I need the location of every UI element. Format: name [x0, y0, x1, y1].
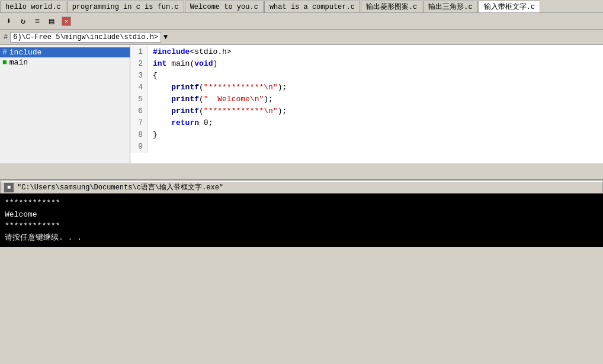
sidebar-hash-icon: #: [2, 48, 7, 57]
console-icon: ■: [4, 183, 14, 192]
console-line: ************: [5, 197, 598, 209]
code-line-6: 6 printf("************\n");: [130, 105, 603, 117]
line-content: }: [148, 129, 158, 141]
console-line: 请按任意键继续. . .: [5, 232, 598, 244]
line-content: return 0;: [148, 117, 213, 129]
sidebar-func-icon: ■: [2, 58, 7, 67]
line-content: int main(void): [148, 58, 217, 70]
line-content: printf("************\n");: [148, 82, 287, 94]
console-line: Welcome: [5, 209, 598, 221]
line-content: [148, 141, 153, 153]
code-line-1: 1#include<stdio.h>: [130, 46, 603, 58]
line-content: #include<stdio.h>: [148, 46, 232, 58]
sidebar-item-0[interactable]: #include: [0, 47, 130, 57]
console-line: ************: [5, 220, 598, 232]
line-content: printf(" Welcome\n");: [148, 94, 273, 105]
code-line-7: 7 return 0;: [130, 117, 603, 129]
line-number: 1: [130, 46, 148, 58]
editor-layout: #include ■main 1#include<stdio.h>2int ma…: [0, 45, 603, 163]
line-content: {: [148, 70, 158, 82]
editor-section: # 6)\C-Free 5\mingw\include\stdio.h> ▼ #…: [0, 30, 603, 181]
line-number: 8: [130, 129, 148, 141]
code-line-4: 4 printf("************\n");: [130, 82, 603, 94]
tab-1[interactable]: programming in c is fun.c: [67, 1, 184, 12]
console-output: ************ Welcome************请按任意键继续.…: [0, 194, 603, 247]
console-header: ■ "C:\Users\samsung\Documents\c语言\输入带框文字…: [0, 181, 603, 194]
file-tree-sidebar: #include ■main: [0, 45, 130, 163]
line-number: 6: [130, 105, 148, 117]
console-section: ■ "C:\Users\samsung\Documents\c语言\输入带框文字…: [0, 181, 603, 247]
code-editor[interactable]: 1#include<stdio.h>2int main(void)3{4 pri…: [130, 45, 603, 163]
line-number: 7: [130, 117, 148, 129]
line-number: 5: [130, 94, 148, 105]
toolbar-close-btn[interactable]: ✕: [62, 17, 71, 26]
tab-bar: hello world.cprogramming in c is fun.cWe…: [0, 0, 603, 13]
line-number: 4: [130, 82, 148, 94]
line-number: 3: [130, 70, 148, 82]
tab-6[interactable]: 输入带框文字.c: [479, 1, 540, 12]
tab-2[interactable]: Welcome to you.c: [185, 1, 264, 12]
tab-0[interactable]: hello world.c: [0, 1, 66, 12]
toolbar-btn-refresh[interactable]: ↻: [17, 15, 30, 28]
sidebar-item-label: main: [9, 58, 28, 67]
tab-5[interactable]: 输出三角形.c: [423, 1, 477, 12]
code-line-2: 2int main(void): [130, 58, 603, 70]
tab-4[interactable]: 输出菱形图案.c: [361, 1, 422, 12]
sidebar-item-label: include: [9, 48, 42, 57]
sidebar-item-1[interactable]: ■main: [0, 57, 130, 67]
code-line-9: 9: [130, 141, 603, 153]
line-number: 2: [130, 58, 148, 70]
tab-3[interactable]: what is a computer.c: [264, 1, 360, 12]
console-title: "C:\Users\samsung\Documents\c语言\输入带框文字.e…: [17, 182, 223, 192]
code-line-3: 3{: [130, 70, 603, 82]
filepath-text[interactable]: 6)\C-Free 5\mingw\include\stdio.h>: [10, 32, 161, 43]
code-line-8: 8}: [130, 129, 603, 141]
line-content: printf("************\n");: [148, 105, 287, 117]
line-number: 9: [130, 141, 148, 153]
toolbar: ⬇ ↻ ≡ ▤ ✕: [0, 13, 603, 30]
toolbar-btn-grid[interactable]: ▤: [45, 15, 58, 28]
code-line-5: 5 printf(" Welcome\n");: [130, 94, 603, 105]
toolbar-btn-list[interactable]: ≡: [31, 15, 44, 28]
toolbar-btn-down[interactable]: ⬇: [2, 15, 15, 28]
filepath-bar: # 6)\C-Free 5\mingw\include\stdio.h> ▼: [0, 30, 603, 45]
filepath-hash-icon: #: [4, 33, 8, 41]
filepath-dropdown-btn[interactable]: ▼: [163, 33, 168, 41]
